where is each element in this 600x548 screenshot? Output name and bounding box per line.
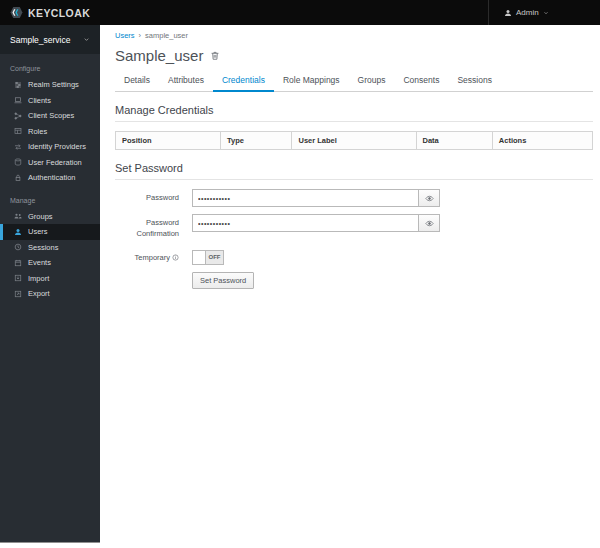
sidebar-item-users[interactable]: Users xyxy=(0,224,100,240)
main-content: Users › sample_user Sample_user Details … xyxy=(100,25,600,548)
sidebar-item-label: Roles xyxy=(28,127,47,136)
sidebar-item-label: Client Scopes xyxy=(28,111,74,120)
sidebar-item-label: Export xyxy=(28,289,50,298)
tab-bar: Details Attributes Credentials Role Mapp… xyxy=(115,71,593,92)
tab-groups[interactable]: Groups xyxy=(349,71,395,92)
user-icon xyxy=(504,9,512,17)
sidebar-item-label: User Federation xyxy=(28,158,82,167)
sidebar-item-clients[interactable]: Clients xyxy=(0,93,100,109)
sidebar-item-roles[interactable]: Roles xyxy=(0,124,100,140)
submit-row: Set Password xyxy=(115,272,593,289)
temporary-label-text: Temporary xyxy=(135,253,170,262)
sidebar-item-label: Sessions xyxy=(28,243,58,252)
calendar-icon xyxy=(13,259,22,267)
manage-credentials-heading: Manage Credentials xyxy=(115,104,593,122)
app-header: KEYCLOAK Admin xyxy=(0,0,600,25)
breadcrumb-link-users[interactable]: Users xyxy=(115,31,135,40)
breadcrumb-current: sample_user xyxy=(145,31,188,40)
password-confirmation-input[interactable] xyxy=(192,214,418,232)
breadcrumb: Users › sample_user xyxy=(115,31,593,40)
submit-spacer xyxy=(115,272,179,289)
password-label: Password xyxy=(115,189,179,207)
set-password-form: Password Password Confirmation Temporary xyxy=(115,189,593,289)
database-icon xyxy=(13,158,22,166)
page-title: Sample_user xyxy=(115,47,203,64)
password-confirmation-row: Password Confirmation xyxy=(115,214,593,240)
sidebar-item-export[interactable]: Export xyxy=(0,286,100,302)
sidebar-item-label: Events xyxy=(28,258,51,267)
client-scopes-icon xyxy=(13,112,22,120)
sidebar: Sample_service Configure Realm Settings … xyxy=(0,25,100,543)
sidebar-item-import[interactable]: Import xyxy=(0,271,100,287)
sidebar-item-label: Import xyxy=(28,274,49,283)
credentials-table-header-row: Position Type User Label Data Actions xyxy=(116,132,593,150)
user-icon xyxy=(13,228,22,236)
tab-details[interactable]: Details xyxy=(115,71,159,92)
tab-role-mappings[interactable]: Role Mappings xyxy=(274,71,349,92)
column-header-position: Position xyxy=(116,132,221,150)
sidebar-item-groups[interactable]: Groups xyxy=(0,209,100,225)
chevron-down-icon xyxy=(83,36,90,43)
column-header-data: Data xyxy=(416,132,492,150)
trash-icon[interactable] xyxy=(210,50,220,61)
temporary-row: Temporary OFF xyxy=(115,249,593,265)
roles-icon xyxy=(13,127,22,135)
export-icon xyxy=(13,290,22,298)
tab-consents[interactable]: Consents xyxy=(394,71,448,92)
column-header-user-label: User Label xyxy=(292,132,416,150)
credentials-table: Position Type User Label Data Actions xyxy=(115,131,593,150)
sliders-icon xyxy=(13,81,22,89)
toggle-handle xyxy=(193,251,206,264)
info-icon[interactable] xyxy=(172,254,179,261)
groups-icon xyxy=(13,212,22,220)
column-header-actions: Actions xyxy=(492,132,592,150)
keycloak-brand[interactable]: KEYCLOAK xyxy=(10,6,90,19)
column-header-type: Type xyxy=(220,132,292,150)
clock-icon xyxy=(13,243,22,251)
admin-user-menu[interactable]: Admin xyxy=(488,0,564,25)
keycloak-logo-icon xyxy=(10,6,23,19)
temporary-toggle[interactable]: OFF xyxy=(192,250,224,265)
sidebar-section-manage: Manage xyxy=(0,186,100,209)
brand-text: KEYCLOAK xyxy=(28,7,90,19)
sidebar-item-label: Clients xyxy=(28,96,51,105)
password-row: Password xyxy=(115,189,593,207)
sidebar-item-realm-settings[interactable]: Realm Settings xyxy=(0,77,100,93)
sidebar-item-events[interactable]: Events xyxy=(0,255,100,271)
lock-icon xyxy=(13,174,22,182)
set-password-heading: Set Password xyxy=(115,162,593,180)
identity-providers-icon xyxy=(13,143,22,151)
sidebar-item-label: Groups xyxy=(28,212,53,221)
chevron-down-icon xyxy=(543,10,549,16)
sidebar-item-label: Users xyxy=(28,227,48,236)
breadcrumb-separator: › xyxy=(139,31,142,40)
sidebar-item-authentication[interactable]: Authentication xyxy=(0,170,100,186)
import-icon xyxy=(13,274,22,282)
password-input[interactable] xyxy=(192,189,418,207)
set-password-button[interactable]: Set Password xyxy=(192,272,254,289)
sidebar-item-label: Authentication xyxy=(28,173,76,182)
admin-menu-label: Admin xyxy=(516,8,539,17)
password-confirmation-input-group xyxy=(192,214,440,232)
clients-icon xyxy=(13,96,22,104)
sidebar-item-client-scopes[interactable]: Client Scopes xyxy=(0,108,100,124)
sidebar-section-configure: Configure xyxy=(0,54,100,77)
realm-selector[interactable]: Sample_service xyxy=(0,25,100,54)
sidebar-item-identity-providers[interactable]: Identity Providers xyxy=(0,139,100,155)
toggle-state-label: OFF xyxy=(206,251,223,264)
realm-selector-value: Sample_service xyxy=(10,35,70,45)
sidebar-item-user-federation[interactable]: User Federation xyxy=(0,155,100,171)
eye-icon[interactable] xyxy=(418,189,440,207)
tab-credentials[interactable]: Credentials xyxy=(213,71,274,92)
password-input-group xyxy=(192,189,440,207)
tab-attributes[interactable]: Attributes xyxy=(159,71,213,92)
eye-icon[interactable] xyxy=(418,214,440,232)
password-confirmation-label: Password Confirmation xyxy=(115,214,179,240)
sidebar-item-sessions[interactable]: Sessions xyxy=(0,240,100,256)
sidebar-item-label: Identity Providers xyxy=(28,142,86,151)
page-title-row: Sample_user xyxy=(115,47,593,64)
temporary-label: Temporary xyxy=(115,249,179,265)
sidebar-item-label: Realm Settings xyxy=(28,80,79,89)
tab-sessions[interactable]: Sessions xyxy=(448,71,501,92)
